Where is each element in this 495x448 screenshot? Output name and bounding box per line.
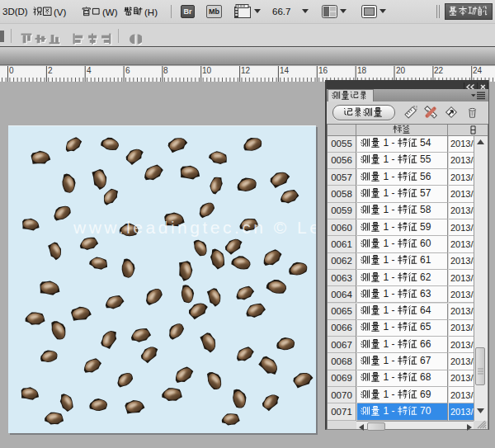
svg-text:1: 1	[383, 187, 389, 199]
svg-text:1: 1	[383, 254, 389, 266]
svg-text:-: -	[391, 322, 394, 333]
svg-text:-: -	[391, 254, 394, 266]
svg-text:-: -	[391, 221, 394, 233]
svg-text:-: -	[391, 405, 394, 417]
svg-text:60: 60	[420, 238, 431, 249]
svg-text:57: 57	[420, 187, 431, 199]
svg-text:-: -	[391, 355, 394, 366]
svg-text:1: 1	[383, 338, 389, 350]
svg-text:-: -	[391, 288, 394, 299]
svg-text:-: -	[391, 137, 394, 149]
svg-text:1: 1	[383, 304, 389, 316]
svg-text:-: -	[391, 154, 394, 166]
svg-text:64: 64	[420, 304, 431, 316]
svg-text:55: 55	[420, 154, 431, 166]
svg-text:69: 69	[420, 389, 431, 400]
svg-text:1: 1	[383, 322, 389, 333]
svg-text:1: 1	[383, 137, 389, 149]
svg-text:1: 1	[383, 154, 389, 166]
svg-text:-: -	[391, 371, 394, 383]
svg-text:-: -	[391, 204, 394, 215]
svg-text:1: 1	[383, 371, 389, 383]
svg-text:62: 62	[420, 271, 431, 283]
svg-text:-: -	[391, 238, 394, 249]
svg-text:61: 61	[420, 254, 431, 266]
svg-text:-: -	[391, 389, 394, 400]
svg-text:1: 1	[383, 271, 389, 283]
svg-text:68: 68	[420, 371, 431, 383]
svg-text:59: 59	[420, 221, 431, 233]
svg-text:-: -	[391, 338, 394, 350]
svg-text:58: 58	[420, 204, 431, 215]
svg-text:1: 1	[383, 204, 389, 215]
svg-text:-: -	[391, 187, 394, 199]
svg-text:-: -	[391, 271, 394, 283]
svg-text:54: 54	[420, 137, 431, 149]
svg-text:1: 1	[383, 405, 389, 417]
svg-text:1: 1	[383, 288, 389, 299]
svg-text:65: 65	[420, 322, 431, 333]
svg-text:-: -	[391, 171, 394, 182]
svg-text:1: 1	[383, 238, 389, 249]
svg-text:1: 1	[383, 389, 389, 400]
svg-text:1: 1	[383, 171, 389, 182]
svg-text:70: 70	[420, 405, 431, 417]
svg-text:-: -	[391, 304, 394, 316]
svg-text:66: 66	[420, 338, 431, 350]
svg-text:1: 1	[383, 355, 389, 366]
svg-text:56: 56	[420, 171, 431, 182]
svg-text:1: 1	[383, 221, 389, 233]
svg-text:67: 67	[420, 355, 431, 366]
svg-text:63: 63	[420, 288, 431, 299]
